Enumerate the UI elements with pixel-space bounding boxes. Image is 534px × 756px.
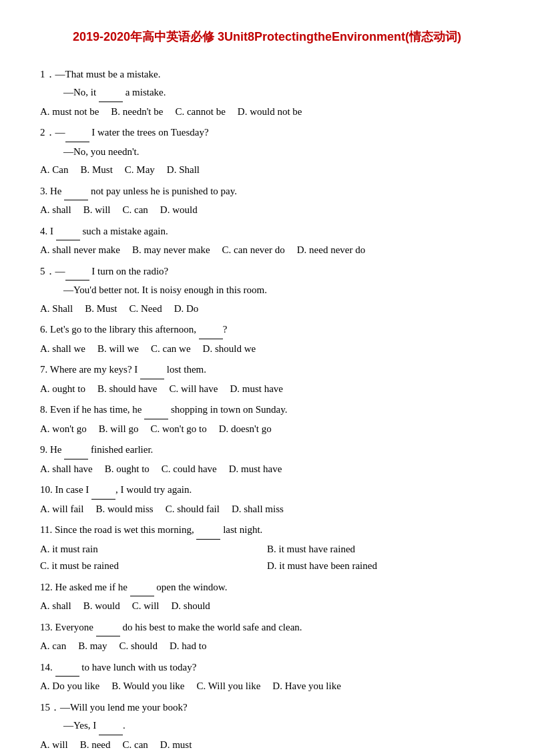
option-1-1[interactable]: B. needn't be — [111, 104, 163, 121]
option-1-3[interactable]: D. would not be — [238, 104, 302, 121]
option-12-1[interactable]: B. would — [83, 598, 120, 615]
option-2-1[interactable]: B. Must — [81, 162, 113, 179]
option-5-1[interactable]: B. Must — [85, 301, 117, 318]
question-block-8: 8. Even if he has time, he shopping in t… — [40, 401, 494, 437]
option-11-0[interactable]: A. it must rain — [40, 541, 267, 558]
option-13-1[interactable]: B. may — [78, 638, 107, 655]
option-10-2[interactable]: C. should fail — [166, 501, 220, 518]
option-13-2[interactable]: C. should — [119, 638, 158, 655]
blank — [199, 321, 223, 339]
option-9-3[interactable]: D. must have — [229, 461, 282, 478]
question-block-2: 2．— I water the trees on Tuesday? —No, y… — [40, 124, 494, 179]
blank — [55, 659, 79, 677]
question-line-1-1: —No, it a mistake. — [53, 84, 494, 102]
option-3-2[interactable]: C. can — [123, 202, 148, 219]
option-8-3[interactable]: D. doesn't go — [219, 421, 272, 438]
question-line-5-1: —You'd better not. It is noisy enough in… — [53, 282, 494, 299]
question-block-6: 6. Let's go to the library this afternoo… — [40, 321, 494, 357]
option-7-3[interactable]: D. must have — [230, 381, 283, 398]
question-line-5-0: 5．— I turn on the radio? — [40, 263, 494, 281]
question-line-9-0: 9. He finished earlier. — [40, 441, 494, 459]
question-line-1-0: 1．—That must be a mistake. — [40, 66, 494, 83]
question-line-3-0: 3. He not pay unless he is punished to p… — [40, 183, 494, 201]
blank — [56, 223, 80, 241]
option-7-0[interactable]: A. ought to — [40, 381, 85, 398]
option-8-0[interactable]: A. won't go — [40, 421, 87, 438]
question-block-10: 10. In case I , I would try again.A. wil… — [40, 482, 494, 518]
option-9-0[interactable]: A. shall have — [40, 461, 93, 478]
option-5-3[interactable]: D. Do — [174, 301, 199, 318]
option-14-3[interactable]: D. Have you like — [272, 678, 340, 695]
blank — [196, 522, 220, 540]
question-block-9: 9. He finished earlier.A. shall haveB. o… — [40, 441, 494, 478]
option-1-0[interactable]: A. must not be — [40, 104, 99, 121]
option-3-3[interactable]: D. would — [160, 202, 198, 219]
option-9-1[interactable]: B. ought to — [105, 461, 150, 478]
blank — [140, 361, 164, 379]
option-6-3[interactable]: D. should we — [203, 341, 256, 358]
question-line-15-0: 15．—Will you lend me your book? — [40, 699, 494, 717]
option-10-3[interactable]: D. shall miss — [232, 501, 284, 518]
option-4-3[interactable]: D. need never do — [297, 242, 365, 259]
option-10-0[interactable]: A. will fail — [40, 501, 83, 518]
option-14-2[interactable]: C. Will you like — [197, 678, 261, 695]
option-5-2[interactable]: C. Need — [129, 301, 162, 318]
option-2-2[interactable]: C. May — [125, 162, 155, 179]
option-2-0[interactable]: A. Can — [40, 162, 69, 179]
question-line-6-0: 6. Let's go to the library this afternoo… — [40, 321, 494, 339]
option-12-2[interactable]: C. will — [132, 598, 160, 615]
option-15-2[interactable]: C. can — [123, 737, 148, 754]
blank — [130, 579, 154, 597]
option-4-0[interactable]: A. shall never make — [40, 242, 120, 259]
option-6-2[interactable]: C. can we — [151, 341, 191, 358]
option-15-0[interactable]: A. will — [40, 737, 68, 754]
option-5-0[interactable]: A. Shall — [40, 301, 73, 318]
question-line-15-1: —Yes, I . — [53, 717, 494, 735]
option-9-2[interactable]: C. could have — [162, 461, 217, 478]
question-block-11: 11. Since the road is wet this morning, … — [40, 522, 494, 575]
option-3-0[interactable]: A. shall — [40, 202, 71, 219]
question-block-15: 15．—Will you lend me your book? —Yes, I … — [40, 699, 494, 754]
option-13-0[interactable]: A. can — [40, 638, 66, 655]
option-6-0[interactable]: A. shall we — [40, 341, 85, 358]
option-8-1[interactable]: B. will go — [99, 421, 139, 438]
option-7-2[interactable]: C. will have — [170, 381, 218, 398]
option-14-0[interactable]: A. Do you like — [40, 678, 99, 695]
option-1-2[interactable]: C. cannot be — [175, 104, 225, 121]
question-block-5: 5．— I turn on the radio? —You'd better n… — [40, 263, 494, 318]
option-4-1[interactable]: B. may never make — [132, 242, 210, 259]
question-block-1: 1．—That must be a mistake. —No, it a mis… — [40, 66, 494, 121]
option-15-3[interactable]: D. must — [160, 737, 192, 754]
question-line-10-0: 10. In case I , I would try again. — [40, 482, 494, 500]
question-line-7-0: 7. Where are my keys? I lost them. — [40, 361, 494, 379]
question-block-3: 3. He not pay unless he is punished to p… — [40, 183, 494, 219]
option-2-3[interactable]: D. Shall — [167, 162, 200, 179]
option-11-2[interactable]: C. it must be rained — [40, 558, 267, 575]
option-12-0[interactable]: A. shall — [40, 598, 71, 615]
blank — [99, 717, 123, 735]
blank — [91, 482, 115, 500]
question-line-12-0: 12. He asked me if he open the window. — [40, 579, 494, 597]
question-line-8-0: 8. Even if he has time, he shopping in t… — [40, 401, 494, 419]
question-line-11-0: 11. Since the road is wet this morning, … — [40, 522, 494, 540]
option-10-1[interactable]: B. would miss — [95, 501, 153, 518]
option-8-2[interactable]: C. won't go to — [150, 421, 206, 438]
blank — [99, 84, 123, 102]
blank — [65, 124, 89, 142]
option-13-3[interactable]: D. had to — [170, 638, 206, 655]
blank — [64, 441, 88, 459]
option-6-1[interactable]: B. will we — [97, 341, 139, 358]
option-11-3[interactable]: D. it must have been rained — [267, 558, 494, 575]
question-line-13-0: 13. Everyone do his best to make the wor… — [40, 619, 494, 637]
option-11-1[interactable]: B. it must have rained — [267, 541, 494, 558]
option-7-1[interactable]: B. should have — [97, 381, 158, 398]
option-15-1[interactable]: B. need — [80, 737, 111, 754]
blank — [64, 183, 88, 201]
question-block-14: 14. to have lunch with us today?A. Do yo… — [40, 659, 494, 695]
question-block-4: 4. I such a mistake again.A. shall never… — [40, 223, 494, 259]
option-4-2[interactable]: C. can never do — [222, 242, 285, 259]
question-block-13: 13. Everyone do his best to make the wor… — [40, 619, 494, 655]
option-12-3[interactable]: D. should — [172, 598, 210, 615]
option-3-1[interactable]: B. will — [83, 202, 111, 219]
option-14-1[interactable]: B. Would you like — [111, 678, 184, 695]
